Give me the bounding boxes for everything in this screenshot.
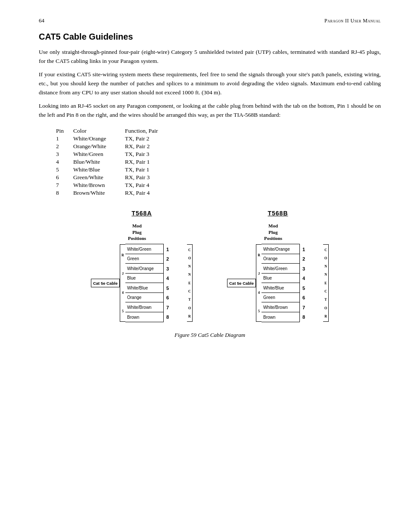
pin-cell-7-1: Brown/White — [73, 189, 125, 197]
t568a-connector-bracket: CONNECTOR — [187, 244, 193, 322]
plug-position-number: 1 — [302, 244, 311, 254]
pin-cell-6-2: TX, Pair 4 — [125, 181, 185, 189]
pin-table-row: 1White/OrangeTX, Pair 2 — [56, 135, 185, 143]
wire-color-label: White/Orange — [262, 247, 299, 252]
page: 64 Paragon II User Manual CAT5 Cable Gui… — [0, 0, 411, 532]
plug-position-number: 5 — [166, 283, 175, 293]
wire-row: Blue — [125, 274, 163, 283]
t568b-mod-plug-label: ModPlugPositions — [264, 223, 282, 241]
pin-table: Pin Color Function, Pair 1White/OrangeTX… — [56, 127, 381, 197]
pin-cell-5-2: RX, Pair 3 — [125, 174, 185, 181]
t568a-cat5-label: Cat 5e Cable — [91, 279, 120, 287]
t568b-plug-numbers: 12345678 — [302, 244, 311, 322]
pin-cell-2-1: White/Green — [73, 150, 125, 158]
t568a-wire-rows: White/GreenGreenWhite/OrangeBlueWhite/Bl… — [125, 244, 164, 322]
wire-row: Green — [125, 254, 163, 264]
wire-color-label: Orange — [262, 256, 299, 261]
pin-table-row: 3White/GreenTX, Pair 3 — [56, 150, 185, 158]
wire-color-label: White/Brown — [262, 305, 299, 310]
figure-caption: Figure 59 Cat5 Cable Diagram — [39, 332, 381, 339]
wire-color-label: Blue — [125, 276, 163, 280]
pin-cell-0-0: 1 — [56, 135, 73, 143]
wire-row: White/Orange — [125, 264, 163, 274]
pin-table-row: 8Brown/WhiteRX, Pair 4 — [56, 189, 185, 197]
pin-cell-6-0: 7 — [56, 181, 73, 189]
t568b-connector-row: Cat 5e Cable R J 4 5 White/OrangeOrangeW… — [227, 244, 329, 322]
t568b-title: T568B — [268, 210, 288, 217]
wire-row: White/Green — [125, 244, 163, 254]
wire-color-label: Blue — [262, 276, 299, 280]
wire-color-label: White/Green — [262, 266, 299, 271]
pin-cell-4-1: White/Blue — [73, 166, 125, 174]
paragraph-3: Looking into an RJ-45 socket on any Para… — [39, 102, 381, 120]
pin-table-row: 4Blue/WhiteRX, Pair 1 — [56, 158, 185, 166]
pin-cell-5-0: 6 — [56, 174, 73, 181]
pin-cell-1-0: 2 — [56, 143, 73, 150]
t568a-title: T568A — [131, 210, 152, 217]
paragraph-1: Use only straight-through-pinned four-pa… — [39, 48, 381, 66]
t568b-wire-rows: White/OrangeOrangeWhite/GreenBlueWhite/B… — [262, 244, 300, 322]
pin-cell-3-0: 4 — [56, 158, 73, 166]
plug-position-number: 7 — [166, 302, 175, 312]
wire-row: Orange — [125, 293, 163, 303]
pin-table-row: 6Green/WhiteRX, Pair 3 — [56, 174, 185, 181]
pin-cell-4-2: TX, Pair 1 — [125, 166, 185, 174]
diagram-section: T568A ModPlugPositions Cat 5e Cable R J … — [39, 210, 381, 322]
pin-cell-7-2: RX, Pair 4 — [125, 189, 185, 197]
pin-table-row: 5White/BlueTX, Pair 1 — [56, 166, 185, 174]
t568b-rj-bracket: R J 4 5 — [256, 244, 262, 322]
plug-position-number: 2 — [166, 254, 175, 264]
plug-position-number: 2 — [302, 254, 311, 264]
wire-color-label: Brown — [262, 315, 299, 320]
pin-table-row: 7White/BrownTX, Pair 4 — [56, 181, 185, 189]
pin-cell-4-0: 5 — [56, 166, 73, 174]
pin-cell-3-1: Blue/White — [73, 158, 125, 166]
pin-cell-2-2: TX, Pair 3 — [125, 150, 185, 158]
pin-cell-0-1: White/Orange — [73, 135, 125, 143]
col-header-func: Function, Pair — [125, 127, 185, 135]
pin-cell-3-2: RX, Pair 1 — [125, 158, 185, 166]
wire-color-label: Green — [262, 295, 299, 300]
plug-position-number: 6 — [166, 293, 175, 303]
col-header-color: Color — [73, 127, 125, 135]
pin-cell-7-0: 8 — [56, 189, 73, 197]
wire-row: Brown — [262, 312, 299, 322]
plug-position-number: 3 — [302, 264, 311, 274]
plug-position-number: 3 — [166, 264, 175, 274]
wire-color-label: White/Green — [125, 247, 163, 252]
pin-cell-1-1: Orange/White — [73, 143, 125, 150]
plug-position-number: 1 — [166, 244, 175, 254]
pin-cell-2-0: 3 — [56, 150, 73, 158]
pin-cell-1-2: RX, Pair 2 — [125, 143, 185, 150]
col-header-pin: Pin — [56, 127, 73, 135]
wire-row: White/Green — [262, 264, 299, 274]
header: 64 Paragon II User Manual — [39, 17, 381, 24]
wire-row: White/Brown — [125, 302, 163, 312]
plug-position-number: 7 — [302, 302, 311, 312]
wire-color-label: White/Brown — [125, 305, 163, 310]
wire-row: Blue — [262, 274, 299, 283]
wire-row: Orange — [262, 254, 299, 264]
t568a-rj-bracket: R J 4 5 — [120, 244, 125, 322]
pin-cell-6-1: White/Brown — [73, 181, 125, 189]
wire-color-label: Brown — [125, 315, 163, 320]
wire-color-label: White/Blue — [262, 286, 299, 290]
wire-row: Green — [262, 293, 299, 303]
wire-color-label: White/Blue — [125, 286, 163, 290]
t568a-connector-row: Cat 5e Cable R J 4 5 White/GreenGreenWhi… — [91, 244, 193, 322]
t568a-mod-plug-label: ModPlugPositions — [128, 223, 146, 241]
paragraph-2: If your existing CAT5 site-wiring system… — [39, 70, 381, 97]
plug-position-number: 8 — [302, 312, 311, 322]
wire-row: White/Blue — [262, 283, 299, 293]
wire-row: White/Orange — [262, 244, 299, 254]
wire-color-label: White/Orange — [125, 266, 163, 271]
t568a-plug-numbers: 12345678 — [166, 244, 175, 322]
section-title: CAT5 Cable Guidelines — [39, 32, 381, 42]
plug-position-number: 4 — [166, 274, 175, 283]
t568b-cat5-label: Cat 5e Cable — [227, 279, 256, 287]
t568b-diagram: T568B ModPlugPositions Cat 5e Cable R J … — [227, 210, 329, 322]
plug-position-number: 6 — [302, 293, 311, 303]
wire-color-label: Green — [125, 256, 163, 261]
pin-table-row: 2Orange/WhiteRX, Pair 2 — [56, 143, 185, 150]
plug-position-number: 4 — [302, 274, 311, 283]
